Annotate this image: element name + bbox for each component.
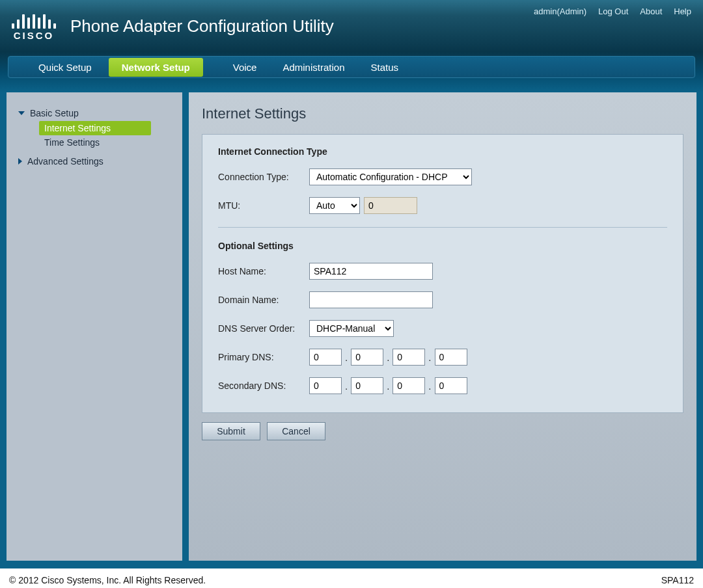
footer-copyright: © 2012 Cisco Systems, Inc. All Rights Re… xyxy=(9,575,206,585)
secondary-dns-label: Secondary DNS: xyxy=(218,381,309,391)
sidebar-item-time-settings[interactable]: Time Settings xyxy=(12,135,177,150)
ip-dot: . xyxy=(345,352,348,363)
ip-dot: . xyxy=(428,352,431,363)
primary-dns-octet-1[interactable] xyxy=(309,349,342,366)
top-links: admin(Admin) Log Out About Help xyxy=(534,7,691,16)
domain-name-input[interactable] xyxy=(309,291,433,308)
secondary-dns-octet-2[interactable] xyxy=(351,377,383,394)
sidebar-item-internet-settings[interactable]: Internet Settings xyxy=(39,121,151,135)
cisco-logo: CISCO xyxy=(12,12,56,41)
ip-dot: . xyxy=(428,381,431,392)
sidebar-item-basic-setup[interactable]: Basic Setup xyxy=(12,105,177,121)
header: CISCO Phone Adapter Configuration Utilit… xyxy=(0,0,703,52)
cisco-logo-icon xyxy=(12,12,56,29)
secondary-dns-octet-1[interactable] xyxy=(309,377,342,394)
logout-link[interactable]: Log Out xyxy=(598,7,628,16)
about-link[interactable]: About xyxy=(640,7,662,16)
chevron-right-icon xyxy=(18,158,22,165)
mtu-value-field: 0 xyxy=(364,197,417,214)
ip-dot: . xyxy=(387,381,389,392)
footer-model: SPA112 xyxy=(661,575,694,585)
host-name-label: Host Name: xyxy=(218,266,309,276)
tab-status[interactable]: Status xyxy=(357,58,411,77)
row-connection-type: Connection Type: Automatic Configuration… xyxy=(218,168,667,185)
tab-administration[interactable]: Administration xyxy=(269,58,357,77)
row-mtu: MTU: Auto 0 xyxy=(218,197,667,214)
footer: © 2012 Cisco Systems, Inc. All Rights Re… xyxy=(0,567,703,588)
domain-name-label: Domain Name: xyxy=(218,295,309,305)
row-host-name: Host Name: xyxy=(218,263,667,280)
sidebar-item-label: Advanced Settings xyxy=(27,156,103,167)
tab-quick-setup[interactable]: Quick Setup xyxy=(25,58,105,77)
row-primary-dns: Primary DNS: . . . xyxy=(218,349,667,366)
page-title: Internet Settings xyxy=(202,105,683,122)
navbar: Quick Setup Network Setup Voice Administ… xyxy=(8,56,695,78)
connection-type-select[interactable]: Automatic Configuration - DHCP xyxy=(309,168,472,185)
sidebar-item-label: Basic Setup xyxy=(30,108,79,118)
sidebar: Basic Setup Internet Settings Time Setti… xyxy=(7,92,182,561)
connection-type-label: Connection Type: xyxy=(218,172,309,182)
tab-network-setup[interactable]: Network Setup xyxy=(109,58,203,77)
primary-dns-label: Primary DNS: xyxy=(218,352,309,362)
user-link[interactable]: admin(Admin) xyxy=(534,7,586,16)
divider xyxy=(218,227,667,228)
host-name-input[interactable] xyxy=(309,263,433,280)
secondary-dns-octet-3[interactable] xyxy=(393,377,425,394)
row-dns-order: DNS Server Order: DHCP-Manual xyxy=(218,320,667,337)
row-domain-name: Domain Name: xyxy=(218,291,667,308)
cisco-logo-text: CISCO xyxy=(14,30,55,41)
help-link[interactable]: Help xyxy=(674,7,691,16)
row-secondary-dns: Secondary DNS: . . . xyxy=(218,377,667,394)
section-heading-optional: Optional Settings xyxy=(218,241,667,251)
primary-dns-octet-3[interactable] xyxy=(393,349,425,366)
section-heading-connection: Internet Connection Type xyxy=(218,146,667,157)
settings-panel: Internet Connection Type Connection Type… xyxy=(202,134,683,413)
ip-dot: . xyxy=(345,381,348,392)
secondary-dns-octet-4[interactable] xyxy=(435,377,467,394)
dns-order-label: DNS Server Order: xyxy=(218,323,309,334)
mtu-mode-select[interactable]: Auto xyxy=(309,197,360,214)
primary-dns-octet-2[interactable] xyxy=(351,349,383,366)
primary-dns-octet-4[interactable] xyxy=(435,349,467,366)
app-title: Phone Adapter Configuration Utility xyxy=(70,16,334,36)
button-row: Submit Cancel xyxy=(202,422,683,440)
ip-dot: . xyxy=(387,352,389,363)
submit-button[interactable]: Submit xyxy=(202,422,260,440)
body-area: Basic Setup Internet Settings Time Setti… xyxy=(0,92,703,567)
cancel-button[interactable]: Cancel xyxy=(267,422,325,440)
tab-voice[interactable]: Voice xyxy=(220,58,270,77)
dns-order-select[interactable]: DHCP-Manual xyxy=(309,320,394,337)
chevron-down-icon xyxy=(18,111,25,115)
mtu-label: MTU: xyxy=(218,200,309,211)
main-content: Internet Settings Internet Connection Ty… xyxy=(189,92,696,561)
nav-wrap: Quick Setup Network Setup Voice Administ… xyxy=(0,52,703,92)
sidebar-item-advanced-settings[interactable]: Advanced Settings xyxy=(12,154,177,169)
